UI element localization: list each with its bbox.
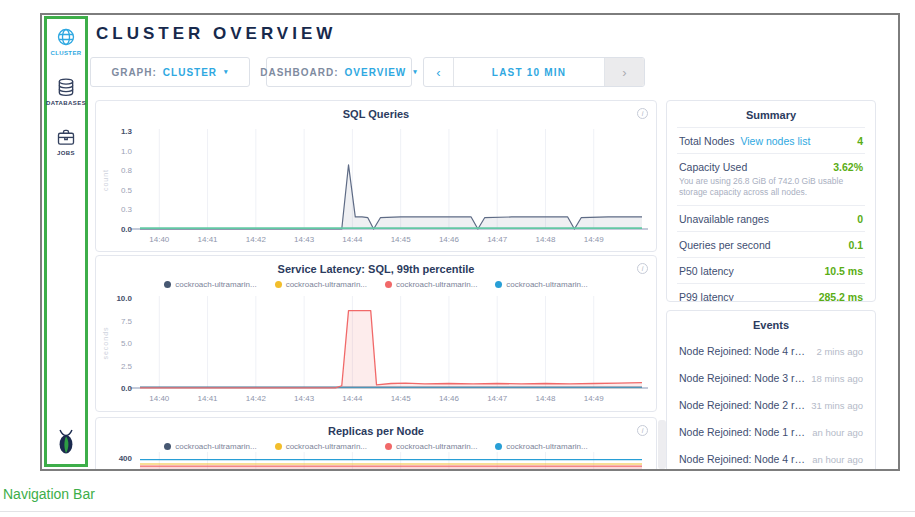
- svg-text:14:47: 14:47: [487, 394, 508, 403]
- database-icon: [56, 77, 76, 97]
- svg-text:count: count: [102, 169, 109, 191]
- time-next-button-disabled[interactable]: ›: [604, 58, 644, 86]
- time-prev-button[interactable]: ‹: [424, 58, 454, 86]
- chart-canvas: 14:4014:4114:4214:4314:4414:4514:4614:47…: [96, 256, 656, 411]
- service-latency-chart-card: Service Latency: SQL, 99th percentile i …: [95, 255, 657, 412]
- summary-row-p99-latency: P99 latency 285.2 ms: [677, 283, 865, 302]
- svg-text:14:42: 14:42: [246, 394, 267, 403]
- time-range-control: ‹ LAST 10 MIN ›: [423, 57, 645, 87]
- svg-text:1.0: 1.0: [121, 147, 133, 156]
- svg-text:14:49: 14:49: [584, 394, 605, 403]
- svg-text:14:40: 14:40: [149, 394, 170, 403]
- event-text: Node Rejoined: Node 4 rej...: [679, 453, 806, 465]
- event-row[interactable]: Node Rejoined: Node 1 rej...an hour ago: [677, 418, 865, 445]
- svg-text:0.8: 0.8: [121, 166, 133, 175]
- svg-text:14:49: 14:49: [584, 235, 605, 244]
- event-text: Node Rejoined: Node 3 rej...: [679, 372, 805, 384]
- sidebar-label-databases: DATABASES: [46, 100, 86, 106]
- event-row[interactable]: Node Rejoined: Node 4 rej...an hour ago: [677, 445, 865, 471]
- capacity-note: You are using 26.8 GiB of 742.0 GiB usab…: [679, 176, 863, 199]
- svg-text:10.0: 10.0: [116, 294, 132, 303]
- svg-text:0.5: 0.5: [121, 186, 133, 195]
- cockroachdb-logo[interactable]: [55, 428, 77, 459]
- total-nodes-value: 4: [857, 135, 863, 147]
- dashboard-dropdown[interactable]: DASHBOARD: OVERVIEW ▾: [266, 57, 412, 87]
- svg-text:5.0: 5.0: [121, 339, 133, 348]
- svg-text:0.0: 0.0: [121, 384, 133, 393]
- svg-text:400: 400: [119, 454, 133, 463]
- events-panel: Events Node Rejoined: Node 4 rej...2 min…: [666, 310, 876, 471]
- total-nodes-label: Total Nodes: [679, 135, 734, 147]
- summary-row-queries-per-second: Queries per second 0.1: [677, 231, 865, 257]
- summary-row-unavailable-ranges: Unavailable ranges 0: [677, 205, 865, 231]
- svg-text:14:41: 14:41: [198, 235, 219, 244]
- sidebar-item-databases[interactable]: DATABASES: [46, 77, 86, 106]
- navigation-bar-annotation: Navigation Bar: [3, 486, 95, 502]
- row-label: Queries per second: [679, 239, 771, 251]
- briefcase-icon: [56, 127, 76, 147]
- svg-text:14:48: 14:48: [535, 235, 556, 244]
- sidebar-label-jobs: JOBS: [57, 150, 75, 156]
- sql-queries-chart-card: SQL Queries i 14:4014:4114:4214:4314:441…: [95, 100, 657, 252]
- svg-text:14:42: 14:42: [246, 235, 267, 244]
- svg-text:14:47: 14:47: [487, 235, 508, 244]
- svg-text:14:45: 14:45: [391, 394, 412, 403]
- svg-text:2.5: 2.5: [121, 362, 133, 371]
- row-label: Unavailable ranges: [679, 213, 769, 225]
- svg-text:14:48: 14:48: [535, 394, 556, 403]
- event-time: 2 mins ago: [817, 346, 863, 357]
- svg-text:14:40: 14:40: [149, 235, 170, 244]
- svg-text:0.0: 0.0: [121, 225, 133, 234]
- summary-panel: Summary Total Nodes View nodes list 4 Ca…: [666, 100, 876, 302]
- replicas-per-node-chart-card: Replicas per Node i cockroach-ultramarin…: [95, 417, 657, 471]
- row-label: P50 latency: [679, 265, 734, 277]
- time-range-button[interactable]: LAST 10 MIN: [454, 58, 604, 86]
- summary-row-total-nodes: Total Nodes View nodes list 4: [677, 127, 865, 153]
- graph-dropdown-label: GRAPH:: [111, 67, 156, 78]
- dashboard-dropdown-label: DASHBOARD:: [260, 67, 338, 78]
- summary-row-p50-latency: P50 latency 10.5 ms: [677, 257, 865, 283]
- chevron-down-icon: ▾: [413, 68, 418, 76]
- page-title: CLUSTER OVERVIEW: [96, 24, 336, 44]
- svg-text:14:44: 14:44: [342, 394, 363, 403]
- app-window: CLUSTER DATABASES JOBS: [40, 13, 900, 471]
- event-text: Node Rejoined: Node 1 rej...: [679, 426, 806, 438]
- chevron-down-icon: ▾: [224, 68, 229, 76]
- svg-text:seconds: seconds: [102, 326, 109, 359]
- globe-icon: [56, 27, 76, 47]
- divider: [0, 511, 915, 512]
- events-title: Events: [667, 311, 875, 337]
- dashboard-dropdown-value: OVERVIEW: [345, 67, 407, 78]
- row-value: 0: [857, 213, 863, 225]
- row-label: P99 latency: [679, 291, 734, 302]
- event-text: Node Rejoined: Node 2 rej...: [679, 399, 805, 411]
- svg-text:7.5: 7.5: [121, 317, 133, 326]
- svg-text:14:43: 14:43: [294, 235, 315, 244]
- svg-text:14:45: 14:45: [391, 235, 412, 244]
- event-time: 18 mins ago: [811, 373, 863, 384]
- svg-text:14:44: 14:44: [342, 235, 363, 244]
- summary-title: Summary: [667, 101, 875, 127]
- event-text: Node Rejoined: Node 4 rej...: [679, 345, 811, 357]
- event-row[interactable]: Node Rejoined: Node 3 rej...18 mins ago: [677, 364, 865, 391]
- svg-text:14:43: 14:43: [294, 394, 315, 403]
- chart-canvas: 14:4014:4114:4214:4314:4414:4514:4614:47…: [96, 101, 656, 251]
- capacity-used-label: Capacity Used: [679, 161, 747, 173]
- event-row[interactable]: Node Rejoined: Node 4 rej...2 mins ago: [677, 337, 865, 364]
- capacity-used-value: 3.62%: [833, 161, 863, 173]
- graph-dropdown-value: CLUSTER: [163, 67, 217, 78]
- svg-text:0.3: 0.3: [121, 205, 133, 214]
- graph-dropdown[interactable]: GRAPH: CLUSTER ▾: [90, 57, 250, 87]
- row-value: 285.2 ms: [819, 291, 863, 302]
- sidebar-item-cluster[interactable]: CLUSTER: [50, 27, 81, 56]
- view-nodes-list-link[interactable]: View nodes list: [740, 135, 810, 147]
- charts-scrollbar[interactable]: [658, 420, 666, 469]
- navigation-bar: CLUSTER DATABASES JOBS: [44, 16, 88, 467]
- sidebar-item-jobs[interactable]: JOBS: [56, 127, 76, 156]
- event-row[interactable]: Node Rejoined: Node 2 rej...31 mins ago: [677, 391, 865, 418]
- event-time: an hour ago: [812, 427, 863, 438]
- event-time: 31 mins ago: [811, 400, 863, 411]
- chart-canvas: 400: [96, 418, 656, 471]
- row-value: 10.5 ms: [824, 265, 863, 277]
- svg-text:14:46: 14:46: [439, 394, 460, 403]
